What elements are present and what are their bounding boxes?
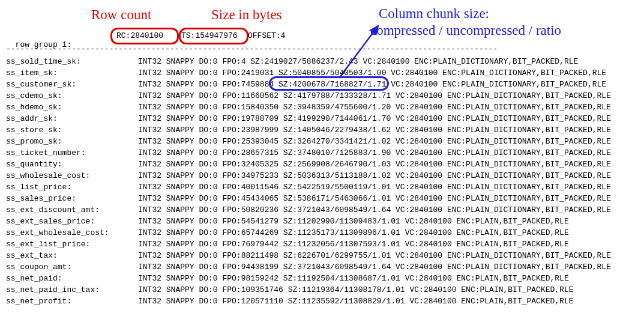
column-list: ss_sold_time_sk:INT32 SNAPPY DO:0 FPO:4 … [6,56,611,307]
column-row: ss_wholesale_cost:INT32 SNAPPY DO:0 FPO:… [6,170,611,181]
column-row: ss_list_price:INT32 SNAPPY DO:0 FPO:4001… [6,181,611,193]
column-name: ss_cdemo_sk: [6,90,138,102]
column-meta: INT32 SNAPPY DO:0 FPO:2419031 SZ:5040855… [138,67,606,79]
row-group-rc: RC:2840100 [116,31,163,40]
column-name: ss_ext_tax: [6,250,138,261]
column-row: ss_quantity:INT32 SNAPPY DO:0 FPO:324053… [6,159,611,170]
column-name: ss_wholesale_cost: [6,170,138,181]
column-row: ss_ticket_number:INT32 SNAPPY DO:0 FPO:2… [6,147,611,159]
column-row: ss_ext_wholesale_cost:INT32 SNAPPY DO:0 … [6,227,611,238]
column-name: ss_sold_time_sk: [6,56,138,67]
column-row: ss_sales_price:INT32 SNAPPY DO:0 FPO:454… [6,193,611,204]
column-meta: INT32 SNAPPY DO:0 FPO:98159242 SZ:111925… [138,273,569,284]
column-row: ss_customer_sk:INT32 SNAPPY DO:0 FPO:745… [6,79,611,90]
column-row: ss_promo_sk:INT32 SNAPPY DO:0 FPO:253930… [6,136,611,147]
column-meta: INT32 SNAPPY DO:0 FPO:34975233 SZ:503631… [138,170,611,181]
column-row: ss_addr_sk:INT32 SNAPPY DO:0 FPO:1978870… [6,113,611,124]
column-name: ss_addr_sk: [6,113,138,124]
column-name: ss_ext_discount_amt: [6,204,138,216]
column-row: ss_net_profit:INT32 SNAPPY DO:0 FPO:1205… [6,296,611,307]
column-meta: INT32 SNAPPY DO:0 FPO:76979442 SZ:112320… [138,238,569,250]
column-name: ss_store_sk: [6,124,138,136]
column-meta: INT32 SNAPPY DO:0 FPO:32405325 SZ:256990… [138,159,611,170]
column-name: ss_item_sk: [6,67,138,79]
annotation-row-count: Row count [91,7,151,23]
column-meta: INT32 SNAPPY DO:0 FPO:11660562 SZ:417978… [138,90,611,102]
column-meta: INT32 SNAPPY DO:0 FPO:25393045 SZ:326427… [138,136,611,147]
column-row: ss_ext_discount_amt:INT32 SNAPPY DO:0 FP… [6,204,611,216]
column-meta: INT32 SNAPPY DO:0 FPO:45434065 SZ:538617… [138,193,611,204]
column-name: ss_list_price: [6,181,138,193]
annotation-chunk-size-l2: compressed / uncompressed / ratio [370,23,561,38]
row-group-offset: OFFSET:4 [248,31,285,40]
separator-line: ----------------------------------------… [6,44,498,53]
column-name: ss_sales_price: [6,193,138,204]
column-meta: INT32 SNAPPY DO:0 FPO:15840350 SZ:394835… [138,102,611,113]
column-row: ss_sold_time_sk:INT32 SNAPPY DO:0 FPO:4 … [6,56,611,67]
column-name: ss_coupon_amt: [6,261,138,273]
column-name: ss_quantity: [6,159,138,170]
column-meta: INT32 SNAPPY DO:0 FPO:7459884 SZ:4200678… [138,79,606,90]
row-group-ts: TS:154947976 [181,31,238,40]
column-meta: INT32 SNAPPY DO:0 FPO:88211498 SZ:622670… [138,250,611,261]
column-meta: INT32 SNAPPY DO:0 FPO:94438199 SZ:372104… [138,261,611,273]
column-row: ss_coupon_amt:INT32 SNAPPY DO:0 FPO:9443… [6,261,611,273]
column-meta: INT32 SNAPPY DO:0 FPO:120571110 SZ:11235… [138,296,574,307]
annotation-chunk-size-l1: Column chunk size: [379,6,489,22]
column-name: ss_hdemo_sk: [6,102,138,113]
column-row: ss_ext_sales_price:INT32 SNAPPY DO:0 FPO… [6,216,611,227]
annotation-size-bytes: Size in bytes [211,7,282,23]
column-name: ss_ext_sales_price: [6,216,138,227]
column-row: ss_ext_list_price:INT32 SNAPPY DO:0 FPO:… [6,238,611,250]
column-name: ss_net_profit: [6,296,138,307]
column-name: ss_net_paid: [6,273,138,284]
column-meta: INT32 SNAPPY DO:0 FPO:50820236 SZ:372104… [138,204,611,216]
column-meta: INT32 SNAPPY DO:0 FPO:4 SZ:2419027/58862… [138,56,578,67]
column-meta: INT32 SNAPPY DO:0 FPO:65744269 SZ:112351… [138,227,569,238]
column-meta: INT32 SNAPPY DO:0 FPO:28657315 SZ:374801… [138,147,611,159]
column-meta: INT32 SNAPPY DO:0 FPO:19788709 SZ:419929… [138,113,611,124]
column-name: ss_ext_wholesale_cost: [6,227,138,238]
column-row: ss_item_sk:INT32 SNAPPY DO:0 FPO:2419031… [6,67,611,79]
column-row: ss_cdemo_sk:INT32 SNAPPY DO:0 FPO:116605… [6,90,611,102]
column-meta: INT32 SNAPPY DO:0 FPO:54541279 SZ:112029… [138,216,569,227]
column-row: ss_net_paid_inc_tax:INT32 SNAPPY DO:0 FP… [6,284,611,296]
column-name: ss_customer_sk: [6,79,138,90]
column-meta: INT32 SNAPPY DO:0 FPO:40011546 SZ:542251… [138,181,611,193]
column-row: ss_store_sk:INT32 SNAPPY DO:0 FPO:239879… [6,124,611,136]
column-row: ss_hdemo_sk:INT32 SNAPPY DO:0 FPO:158403… [6,102,611,113]
column-meta: INT32 SNAPPY DO:0 FPO:109351746 SZ:11219… [138,284,574,296]
column-row: ss_ext_tax:INT32 SNAPPY DO:0 FPO:8821149… [6,250,611,261]
column-meta: INT32 SNAPPY DO:0 FPO:23987999 SZ:140504… [138,124,611,136]
column-name: ss_ticket_number: [6,147,138,159]
column-name: ss_promo_sk: [6,136,138,147]
column-name: ss_net_paid_inc_tax: [6,284,138,296]
column-row: ss_net_paid:INT32 SNAPPY DO:0 FPO:981592… [6,273,611,284]
column-name: ss_ext_list_price: [6,238,138,250]
